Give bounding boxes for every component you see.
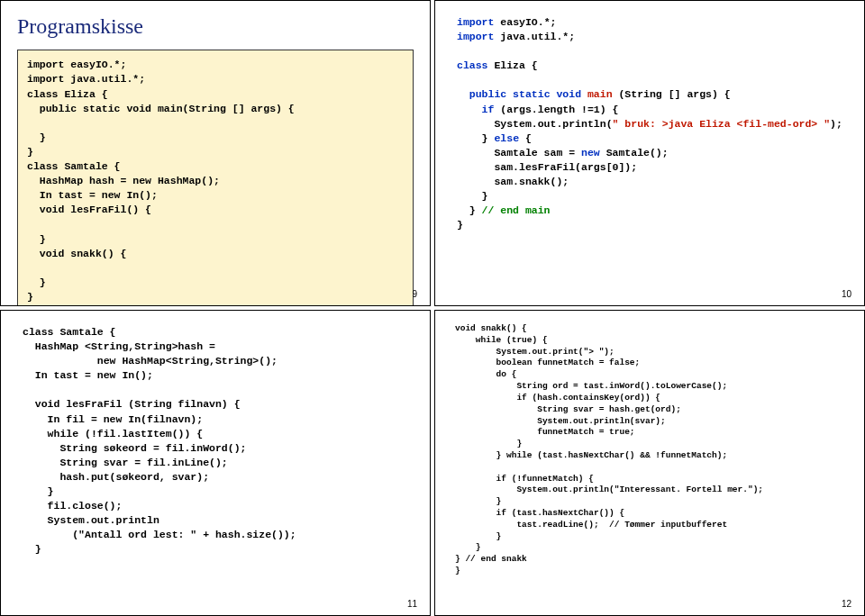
slide-11: class Samtale { HashMap <String,String>h…: [0, 310, 431, 616]
slide-9: Programskisse import easyIO.*; import ja…: [0, 0, 431, 306]
code-block: class Samtale { HashMap <String,String>h…: [17, 320, 414, 557]
page-number: 11: [407, 598, 417, 611]
code-block: void snakk() { while (true) { System.out…: [451, 320, 848, 577]
code-block: import easyIO.*; import java.util.*; cla…: [451, 10, 848, 232]
page-number: 9: [412, 288, 417, 301]
slide-title: Programskisse: [17, 12, 414, 41]
code-box: import easyIO.*; import java.util.*; cla…: [17, 50, 414, 306]
page-number: 12: [842, 598, 851, 611]
slide-10: import easyIO.*; import java.util.*; cla…: [434, 0, 865, 306]
page-number: 10: [842, 288, 851, 301]
slide-12: void snakk() { while (true) { System.out…: [434, 310, 865, 616]
